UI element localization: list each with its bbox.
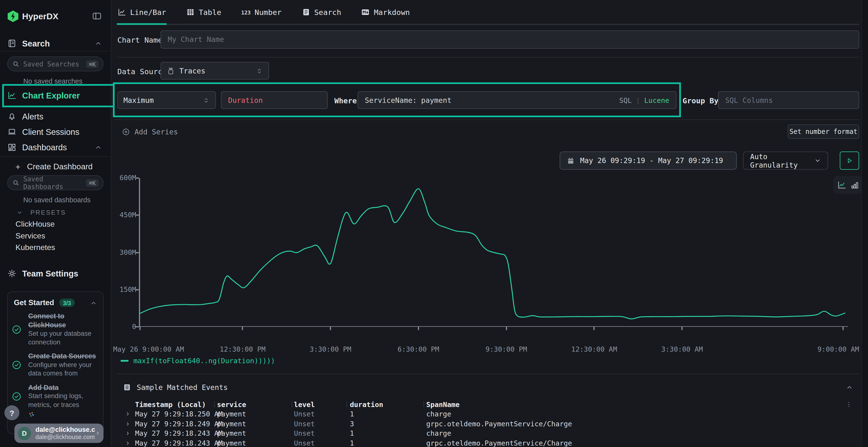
chart-name-field[interactable] — [161, 30, 859, 49]
cell-duration: 1 — [350, 439, 354, 447]
help-button[interactable]: ? — [4, 405, 19, 420]
app-window: HyperDX Search Saved Searches ⌘K No save… — [0, 0, 868, 447]
chart-name-input[interactable] — [161, 35, 859, 44]
x-tick-label: 12:30:00 AM — [571, 345, 617, 353]
sql-mode-toggle[interactable]: SQL — [619, 96, 632, 104]
saved-dashboards-placeholder: Saved Dashboards — [23, 175, 86, 191]
preset-services[interactable]: Services — [16, 231, 45, 240]
group-by-field[interactable] — [718, 91, 859, 109]
user-menu[interactable]: D dale@clickhouse.com dale@clickhouse.co… — [14, 424, 104, 443]
collapse-events-icon[interactable] — [846, 384, 853, 391]
lucene-mode-toggle[interactable]: Lucene — [644, 96, 669, 104]
presets-toggle[interactable]: PRESETS — [0, 208, 111, 217]
date-range-picker[interactable]: May 26 09:29:19 - May 27 09:29:19 — [560, 151, 737, 170]
no-saved-searches-text: No saved searches — [23, 77, 83, 85]
expand-row-icon[interactable]: › — [126, 418, 130, 428]
expand-row-icon[interactable]: › — [126, 428, 130, 438]
set-number-format-button[interactable]: Set number format — [788, 125, 859, 139]
scrollbar-gutter[interactable] — [861, 0, 868, 447]
sample-events-header[interactable]: Sample Matched Events — [123, 382, 228, 392]
run-query-button[interactable] — [840, 151, 859, 170]
get-started-card: Get Started 3/3 Connect to ClickHouseSet… — [7, 291, 103, 434]
column-header-spanname[interactable]: SpanName — [426, 400, 460, 409]
aggregation-select[interactable]: Maximum — [117, 91, 216, 109]
chevron-down-icon — [814, 157, 821, 164]
get-started-item[interactable]: Create Data SourcesConfigure where your … — [11, 352, 97, 378]
chart-legend[interactable]: maxIf(toFloat640..ng(Duration))))) — [121, 357, 275, 365]
line-chart-icon — [7, 90, 17, 100]
table-icon — [186, 8, 195, 16]
table-row[interactable]: ›May 27 9:29:18.243 AMpaymentUnset1grpc.… — [117, 439, 859, 447]
saved-searches-placeholder: Saved Searches — [23, 60, 86, 68]
column-header-duration[interactable]: duration — [350, 400, 383, 409]
grid-icon — [7, 142, 17, 152]
get-started-badge: 3/3 — [59, 299, 75, 307]
preset-kubernetes[interactable]: Kubernetes — [16, 243, 55, 252]
field-select[interactable]: Duration — [221, 91, 328, 109]
sidebar-item-label: Client Sessions — [22, 127, 79, 136]
expand-row-icon[interactable]: › — [126, 409, 130, 419]
column-header-timestamp-local-[interactable]: Timestamp (Local) — [135, 400, 206, 409]
preset-clickhouse[interactable]: ClickHouse — [16, 219, 55, 228]
markdown-icon — [361, 8, 370, 16]
sidebar-item-dashboards[interactable]: Dashboards — [0, 139, 111, 155]
collapse-sidebar-icon[interactable] — [92, 11, 102, 21]
doc-icon — [301, 8, 310, 16]
granularity-value: Auto Granularity — [750, 152, 814, 169]
bar-chart-toggle-icon[interactable] — [850, 181, 858, 189]
group-by-input[interactable] — [718, 96, 859, 104]
sidebar-item-client-sessions[interactable]: Client Sessions — [0, 124, 111, 139]
granularity-select[interactable]: Auto Granularity — [743, 151, 828, 170]
saved-searches-input[interactable]: Saved Searches ⌘K — [7, 56, 103, 71]
tab-table[interactable]: Table — [186, 0, 221, 24]
date-range-value: May 26 09:29:19 - May 27 09:29:19 — [580, 157, 723, 165]
table-row[interactable]: ›May 27 9:29:18.243 AMpaymentUnset1charg… — [117, 429, 859, 439]
cell-timestamp-local-: May 27 9:29:18.243 AM — [135, 439, 222, 447]
doc-list-icon — [123, 383, 131, 391]
table-row[interactable]: ›May 27 9:29:18.249 AMpaymentUnset3grpc.… — [117, 419, 859, 429]
tab-line-bar[interactable]: Line/Bar — [117, 0, 166, 24]
where-field[interactable]: ServiceName: payment SQL | Lucene — [358, 91, 676, 109]
add-series-button[interactable]: Add Series — [122, 127, 178, 137]
user-team: dale@clickhouse.com's — [35, 434, 95, 440]
saved-dashboards-input[interactable]: Saved Dashboards ⌘K — [7, 175, 103, 190]
column-header-service[interactable]: service — [217, 400, 246, 409]
sidebar-item-alerts[interactable]: Alerts — [0, 108, 111, 124]
tab-markdown[interactable]: Markdown — [361, 0, 410, 24]
column-resize-handle[interactable]: ⋮ — [289, 401, 295, 408]
create-dashboard-button[interactable]: + Create Dashboard — [0, 160, 111, 173]
column-header-level[interactable]: level — [294, 400, 315, 409]
cell-level: Unset — [294, 419, 315, 427]
table-options-kebab-icon[interactable]: ⋮ — [846, 401, 852, 408]
table-row[interactable]: ›May 27 9:29:18.250 AMpaymentUnset1charg… — [117, 410, 859, 419]
x-tick-mark — [594, 327, 595, 330]
check-circle-icon — [11, 360, 22, 370]
sidebar-item-label: Chart Explorer — [22, 90, 80, 100]
column-resize-handle[interactable]: ⋮ — [344, 401, 350, 408]
x-tick-label: 3:30:00 AM — [661, 345, 703, 353]
tab-number[interactable]: 123Number — [241, 0, 281, 24]
expand-row-icon[interactable]: › — [126, 438, 130, 447]
data-source-select[interactable]: Traces — [161, 62, 269, 79]
sidebar-item-team-settings[interactable]: Team Settings — [0, 265, 111, 281]
y-tick-label: 450M — [103, 211, 136, 219]
x-tick-label: 12:30:00 PM — [220, 345, 266, 353]
chevron-up-icon[interactable] — [90, 299, 97, 306]
legend-swatch — [121, 360, 128, 362]
tab-search[interactable]: Search — [301, 0, 341, 24]
sidebar-item-chart-explorer[interactable]: Chart Explorer — [0, 87, 111, 103]
create-dashboard-label: Create Dashboard — [27, 162, 93, 171]
add-series-label: Add Series — [134, 128, 178, 136]
sample-events-title: Sample Matched Events — [137, 383, 227, 391]
get-started-item[interactable]: Add DataStart sending logs, metrics, or … — [11, 383, 97, 409]
y-tick-label: 0 — [103, 322, 136, 331]
cell-spanname: charge — [426, 429, 452, 437]
column-resize-handle[interactable]: ⋮ — [421, 401, 427, 408]
get-started-item[interactable]: Connect to ClickHouseSet up your databas… — [11, 312, 97, 347]
search-section-icon — [7, 38, 17, 48]
column-resize-handle[interactable]: ⋮ — [212, 401, 217, 408]
field-value: Duration — [228, 96, 263, 104]
check-circle-icon — [11, 325, 22, 335]
get-started-extra-item[interactable] — [28, 411, 97, 419]
sidebar-section-search[interactable]: Search — [0, 35, 111, 51]
